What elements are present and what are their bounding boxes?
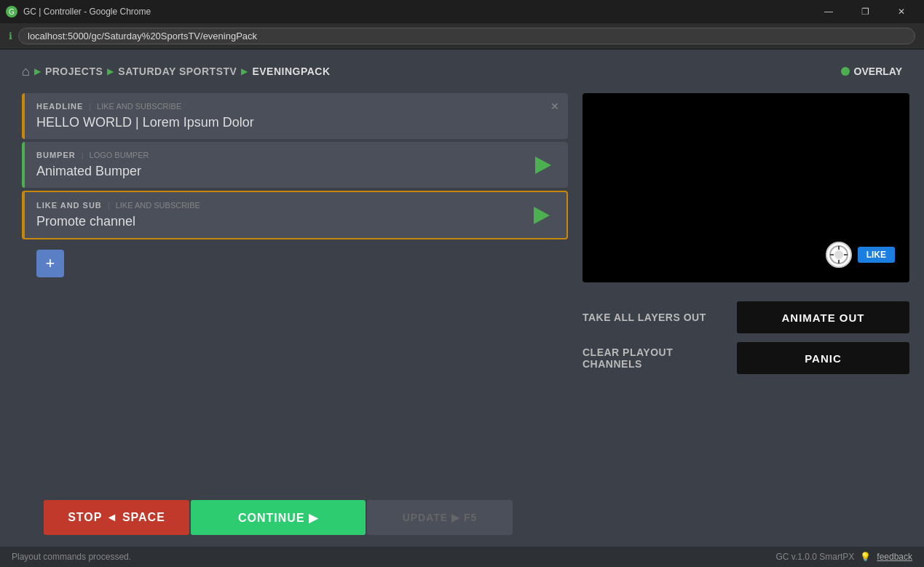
layer-play-likendsub[interactable] bbox=[529, 202, 555, 229]
clear-playout-label: CLEAR PLAYOUT CHANNELS bbox=[583, 346, 728, 370]
breadcrumb-sep-2: ▶ bbox=[107, 66, 114, 76]
take-all-out-row: TAKE ALL LAYERS OUT ANIMATE OUT bbox=[583, 301, 909, 333]
maximize-button[interactable]: ❐ bbox=[848, 0, 882, 23]
feedback-link[interactable]: feedback bbox=[877, 552, 912, 562]
clear-playout-row: CLEAR PLAYOUT CHANNELS PANIC bbox=[583, 342, 909, 374]
breadcrumb-projects[interactable]: PROJECTS bbox=[45, 66, 103, 77]
left-panel: HEADLINE | LIKE AND SUBSCRIBE HELLO WORL… bbox=[22, 93, 568, 539]
update-button[interactable]: UPDATE ▶ F5 bbox=[367, 500, 513, 535]
panic-button[interactable]: PANIC bbox=[737, 342, 909, 374]
overlay-label: OVERLAY bbox=[854, 66, 902, 77]
app-content: ⌂ ▶ PROJECTS ▶ SATURDAY SPORTSTV ▶ EVENI… bbox=[0, 49, 924, 567]
status-message: Playout commands processed. bbox=[12, 552, 131, 562]
layer-card-likendsub: LIKE AND SUB | LIKE AND SUBSCRIBE Promot… bbox=[22, 191, 568, 239]
titlebar-title: GC | Controller - Google Chrome bbox=[23, 7, 151, 17]
preview-area: LIKE bbox=[583, 93, 909, 282]
layer-header-headline: HEADLINE | LIKE AND SUBSCRIBE bbox=[36, 102, 556, 111]
layers-container: HEADLINE | LIKE AND SUBSCRIBE HELLO WORL… bbox=[22, 93, 568, 496]
layer-card-headline: HEADLINE | LIKE AND SUBSCRIBE HELLO WORL… bbox=[22, 93, 568, 139]
breadcrumb-sep-1: ▶ bbox=[34, 66, 41, 76]
breadcrumb: ⌂ ▶ PROJECTS ▶ SATURDAY SPORTSTV ▶ EVENI… bbox=[22, 64, 331, 79]
home-icon[interactable]: ⌂ bbox=[22, 64, 30, 79]
preview-spinner-svg bbox=[828, 244, 850, 266]
app-icon: G bbox=[6, 6, 17, 17]
bulb-icon: 💡 bbox=[860, 552, 871, 562]
url-bar[interactable]: localhost:5000/gc/Saturday%20SportsTV/ev… bbox=[18, 28, 915, 44]
layer-sep-bumper: | bbox=[82, 151, 84, 159]
layer-play-bumper[interactable] bbox=[530, 152, 556, 178]
layer-subtype-headline: LIKE AND SUBSCRIBE bbox=[97, 102, 181, 111]
animate-out-button[interactable]: ANIMATE OUT bbox=[737, 301, 909, 333]
play-triangle-bumper bbox=[535, 156, 551, 174]
preview-overlay-element: LIKE bbox=[826, 242, 895, 268]
main-content: HEADLINE | LIKE AND SUBSCRIBE HELLO WORL… bbox=[0, 93, 924, 547]
layer-type-headline: HEADLINE bbox=[36, 102, 83, 111]
preview-circle-icon bbox=[826, 242, 852, 268]
layer-type-bumper: BUMPER bbox=[36, 151, 76, 159]
layer-title-bumper: Animated Bumper bbox=[36, 164, 141, 178]
bottom-action-bar: STOP ◄ SPACE CONTINUE ▶ UPDATE ▶ F5 bbox=[22, 496, 568, 539]
addressbar: ℹ localhost:5000/gc/Saturday%20SportsTV/… bbox=[0, 23, 924, 49]
right-panel: LIKE TAKE ALL LAYERS OUT ANIMATE OUT CLE… bbox=[583, 93, 909, 539]
breadcrumb-sep-3: ▶ bbox=[241, 66, 248, 76]
layer-header-likendsub: LIKE AND SUB | LIKE AND SUBSCRIBE bbox=[36, 201, 555, 210]
layer-sep-likendsub: | bbox=[108, 201, 110, 210]
take-all-out-label: TAKE ALL LAYERS OUT bbox=[583, 312, 728, 323]
status-bar: Playout commands processed. GC v.1.0.0 S… bbox=[0, 547, 924, 567]
layer-title-headline: HELLO WORLD | Lorem Ipsum Dolor bbox=[36, 115, 254, 130]
layer-sep-headline: | bbox=[89, 102, 91, 111]
status-right: GC v.1.0.0 SmartPX 💡 feedback bbox=[775, 552, 912, 562]
close-button[interactable]: ✕ bbox=[885, 0, 918, 23]
add-layer-button[interactable]: + bbox=[36, 250, 64, 277]
overlay-status: OVERLAY bbox=[841, 66, 902, 77]
layer-card-bumper: BUMPER | LOGO BUMPER Animated Bumper bbox=[22, 142, 568, 188]
overlay-status-dot bbox=[841, 67, 850, 76]
svg-point-1 bbox=[834, 250, 843, 259]
titlebar-controls[interactable]: — ❐ ✕ bbox=[812, 0, 918, 23]
breadcrumb-sportstv[interactable]: SATURDAY SPORTSTV bbox=[118, 66, 237, 77]
layer-type-likendsub: LIKE AND SUB bbox=[36, 201, 102, 210]
continue-button[interactable]: CONTINUE ▶ bbox=[191, 500, 366, 535]
minimize-button[interactable]: — bbox=[812, 0, 845, 23]
breadcrumb-bar: ⌂ ▶ PROJECTS ▶ SATURDAY SPORTSTV ▶ EVENI… bbox=[0, 49, 924, 93]
layer-close-headline[interactable]: ✕ bbox=[550, 100, 559, 112]
layer-subtype-likendsub: LIKE AND SUBSCRIBE bbox=[116, 201, 200, 210]
info-icon: ℹ bbox=[9, 31, 12, 41]
controls-panel: TAKE ALL LAYERS OUT ANIMATE OUT CLEAR PL… bbox=[583, 294, 909, 381]
add-btn-container: + bbox=[22, 242, 568, 277]
layer-subtype-bumper: LOGO BUMPER bbox=[90, 151, 149, 159]
version-label: GC v.1.0.0 SmartPX bbox=[775, 552, 854, 562]
like-badge: LIKE bbox=[858, 247, 895, 263]
layer-header-bumper: BUMPER | LOGO BUMPER bbox=[36, 151, 556, 159]
breadcrumb-eveningpack[interactable]: EVENINGPACK bbox=[252, 66, 330, 77]
titlebar: G GC | Controller - Google Chrome — ❐ ✕ bbox=[0, 0, 924, 23]
stop-button[interactable]: STOP ◄ SPACE bbox=[44, 500, 189, 535]
titlebar-left: G GC | Controller - Google Chrome bbox=[6, 6, 151, 17]
layer-title-likendsub: Promote channel bbox=[36, 214, 135, 229]
play-triangle-likendsub bbox=[534, 207, 550, 224]
